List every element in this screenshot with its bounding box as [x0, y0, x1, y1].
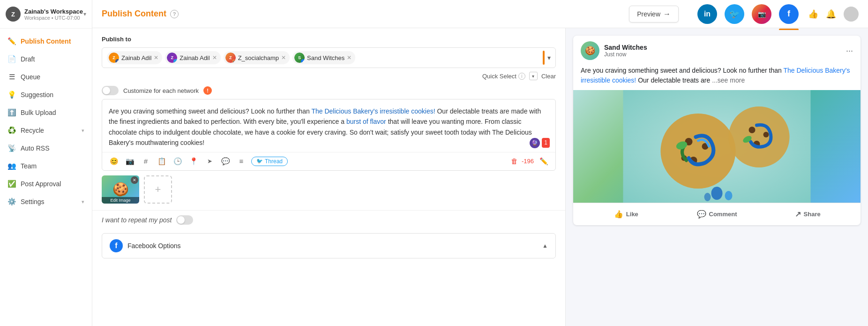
remove-account-sand-witches[interactable]: ✕: [347, 55, 352, 61]
twitter-thread-icon: 🐦: [256, 158, 263, 164]
template-icon[interactable]: 📋: [156, 155, 168, 167]
image-remove-icon[interactable]: ✕: [131, 176, 138, 184]
account-name-z-socialchamp: Z_socialchamp: [238, 54, 279, 61]
clear-button[interactable]: Clear: [541, 73, 556, 80]
sidebar-item-settings[interactable]: ⚙️ Settings ▾: [0, 193, 92, 211]
sidebar-item-post-approval[interactable]: ✅ Post Approval: [0, 175, 92, 193]
ai-edit-icon[interactable]: ✏️: [538, 155, 550, 167]
sidebar-label-draft: Draft: [21, 55, 84, 63]
sidebar-label-auto-rss: Auto RSS: [21, 144, 84, 152]
sidebar-label-recycle: Recycle: [21, 127, 77, 134]
account-name-zainab-adil-1: Zainab Adil: [121, 54, 151, 61]
settings-icon: ⚙️: [7, 197, 16, 206]
accounts-dropdown-icon[interactable]: ▾: [547, 54, 551, 61]
fb-post-more-icon[interactable]: ···: [846, 46, 853, 56]
sidebar-item-queue[interactable]: ☰ Queue: [0, 68, 92, 86]
edit-image-label[interactable]: Edit Image: [102, 197, 139, 204]
facebook-options-title: Facebook Options: [127, 242, 538, 250]
facebook-icon: f: [787, 9, 790, 19]
page-title: Publish Content: [102, 9, 166, 19]
user-avatar[interactable]: [844, 7, 859, 22]
social-tabs-topbar: in 🐦 📷 f: [688, 4, 808, 24]
queue-icon: ☰: [7, 73, 16, 81]
collaboration-icon[interactable]: 💬: [219, 155, 232, 167]
facebook-options-header[interactable]: f Facebook Options ▲: [102, 234, 555, 258]
sidebar-item-publish-content[interactable]: ✏️ Publish Content: [0, 32, 92, 50]
tab-linkedin[interactable]: in: [697, 4, 717, 24]
settings-chevron-icon: ▾: [82, 199, 84, 205]
fb-post-image: [573, 90, 861, 203]
publish-to-section: Publish to Z f Zainab Adil ✕: [92, 28, 565, 68]
repeat-post-label: I want to repeat my post: [102, 216, 172, 224]
workspace-header[interactable]: Z Zainab's Workspace Workspace • UTC-07:…: [0, 0, 92, 29]
quick-select-info-icon[interactable]: i: [518, 73, 525, 80]
sidebar-item-draft[interactable]: 📄 Draft: [0, 50, 92, 68]
post-link-1: The Delicious Bakery's irresistible cook…: [311, 107, 435, 115]
help-icon[interactable]: ?: [170, 10, 179, 18]
preview-panel: 🍪 Sand Witches Just now ··· Are you crav…: [566, 28, 868, 326]
topbar: Publish Content ? Preview → in 🐦 📷 f 👍 🔔: [92, 0, 868, 28]
emoji-icon[interactable]: 😊: [108, 155, 120, 167]
quick-select-row: Quick Select i ▾ Clear: [92, 68, 565, 82]
mention-icon[interactable]: ➤: [203, 155, 216, 167]
feedback-icon[interactable]: 👍: [808, 9, 818, 19]
sidebar-item-auto-rss[interactable]: 📡 Auto RSS: [0, 139, 92, 157]
facebook-options-section: f Facebook Options ▲: [102, 233, 556, 258]
sidebar-item-recycle[interactable]: ♻️ Recycle ▾: [0, 121, 92, 139]
preview-arrow-icon: →: [663, 10, 671, 18]
char-count: -196: [522, 158, 534, 165]
preview-label: Preview: [637, 10, 660, 18]
facebook-options-collapse-icon[interactable]: ▲: [542, 243, 548, 249]
delete-icon[interactable]: 🗑: [511, 157, 518, 165]
more-options-icon[interactable]: ≡: [235, 155, 247, 167]
fb-post-see-more[interactable]: ...see more: [712, 76, 745, 84]
publish-to-label: Publish to: [102, 36, 556, 43]
repeat-toggle-knob: [177, 216, 185, 224]
fb-action-comment[interactable]: 💬 Comment: [672, 207, 763, 221]
recycle-icon: ♻️: [7, 126, 16, 135]
fb-post-body: Are you craving something sweet and deli…: [573, 66, 861, 90]
fb-post-user-info: Sand Witches Just now: [604, 44, 841, 58]
fb-post-header: 🍪 Sand Witches Just now ···: [573, 36, 861, 66]
image-icon[interactable]: 📷: [124, 155, 136, 167]
tab-facebook[interactable]: f: [779, 4, 799, 24]
remove-account-zainab-adil-2[interactable]: ✕: [212, 55, 217, 61]
schedule-icon[interactable]: 🕒: [172, 155, 184, 167]
warning-icon: !: [203, 86, 212, 95]
sidebar-nav: ✏️ Publish Content 📄 Draft ☰ Queue 💡 Sug…: [0, 29, 92, 326]
share-icon: ↗: [795, 210, 801, 219]
remove-account-z-socialchamp[interactable]: ✕: [281, 55, 286, 61]
tab-twitter[interactable]: 🐦: [725, 4, 744, 24]
account-tag-zainab-adil-2: Z 🐦 Zainab Adil ✕: [165, 51, 220, 64]
sidebar-item-suggestion[interactable]: 💡 Suggestion: [0, 86, 92, 104]
workspace-sub: Workspace • UTC-07:00: [24, 15, 83, 21]
notifications-icon[interactable]: 🔔: [826, 9, 836, 19]
hashtag-icon[interactable]: #: [140, 155, 152, 167]
svg-point-15: [725, 191, 733, 200]
svg-point-14: [711, 187, 723, 200]
account-avatar-zainab-adil-1: Z f: [109, 53, 119, 63]
customize-toggle[interactable]: [102, 86, 119, 95]
post-text-editor[interactable]: Are you craving something sweet and deli…: [102, 99, 555, 152]
account-tag-z-socialchamp: Z 📷 Z_socialchamp ✕: [224, 51, 290, 64]
add-image-button[interactable]: +: [144, 175, 172, 204]
fb-action-share[interactable]: ↗ Share: [762, 207, 853, 221]
text-editor-area[interactable]: Are you craving something sweet and deli…: [102, 99, 556, 171]
preview-button[interactable]: Preview →: [629, 6, 679, 23]
draft-icon: 📄: [7, 55, 16, 63]
fb-post-card: 🍪 Sand Witches Just now ··· Are you crav…: [573, 36, 861, 225]
sidebar-item-bulk-upload[interactable]: ⬆️ Bulk Upload: [0, 104, 92, 121]
tab-instagram[interactable]: 📷: [752, 4, 771, 24]
auto-rss-icon: 📡: [7, 144, 16, 152]
char-indicator: 🔮 1: [530, 138, 550, 148]
repeat-row: I want to repeat my post: [92, 210, 565, 229]
repeat-post-toggle[interactable]: [176, 215, 193, 225]
thread-button[interactable]: 🐦 Thread: [251, 157, 288, 166]
remove-account-zainab-adil-1[interactable]: ✕: [154, 55, 158, 61]
fb-action-like[interactable]: 👍 Like: [581, 207, 672, 221]
location-icon[interactable]: 📍: [187, 155, 200, 167]
recycle-chevron-icon: ▾: [82, 128, 84, 134]
like-label: Like: [626, 211, 638, 218]
sidebar-item-team[interactable]: 👥 Team: [0, 157, 92, 175]
quick-select-dropdown[interactable]: ▾: [529, 72, 538, 80]
